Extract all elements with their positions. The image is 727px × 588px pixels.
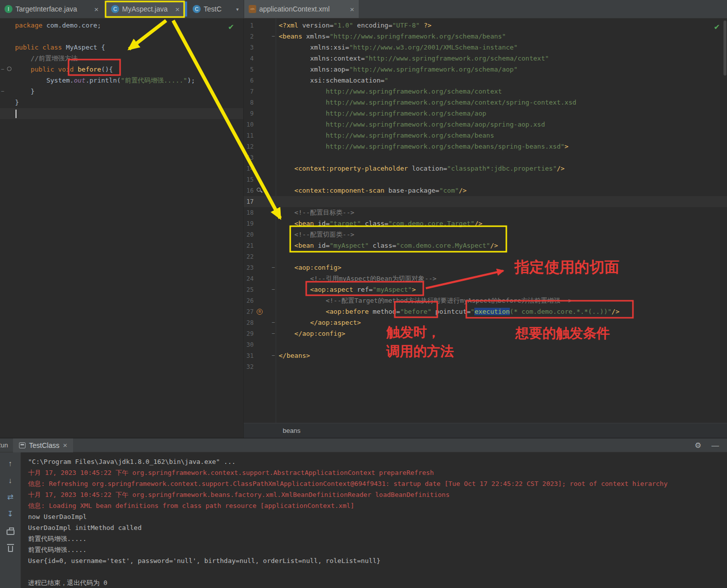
console-line: 十月 17, 2023 10:45:22 下午 org.springframew… (28, 467, 727, 478)
line-number: 21 (244, 240, 254, 251)
soft-wrap-icon[interactable]: ⇄ (5, 491, 16, 502)
line-number: 11 (244, 130, 254, 141)
tab-targetinterface-java[interactable]: ITargetInterface.java× (0, 0, 103, 18)
code-line-24: 24 <!--引用myAspect的Bean为切面对象--> (244, 273, 727, 284)
tab-label: MyAspect.java (122, 5, 168, 13)
xml-editor-pane[interactable]: 1<?xml version="1.0" encoding="UTF-8" ?>… (243, 19, 727, 438)
code-line-6: 6 xsi:schemaLocation=" (244, 75, 727, 86)
code-line-12: 12 http://www.springframework.org/schema… (244, 141, 727, 152)
code-text: //前置增强方法 (15, 53, 78, 64)
code-line-28: 28− </aop:aspect> (244, 317, 727, 328)
code-text: <bean id="myAspect" class="com.demo.core… (279, 240, 498, 251)
scrollbar[interactable] (723, 21, 726, 76)
close-tab-icon[interactable]: × (175, 5, 180, 14)
close-tab-icon[interactable]: × (350, 5, 354, 14)
code-line-5: 5 xmlns:aop="http://www.springframework.… (244, 64, 727, 75)
java-editor-pane[interactable]: package com.demo.core;public class MyAsp… (0, 19, 243, 438)
line-number: 8 (244, 97, 254, 108)
fold-marker[interactable]: − (272, 284, 275, 295)
code-line-21: 21 <bean id="myAspect" class="com.demo.c… (244, 240, 727, 251)
code-text: <!--引用myAspect的Bean为切面对象--> (279, 273, 436, 284)
console-line: 信息: Loading XML bean definitions from cl… (28, 500, 727, 511)
tab-applicationcontext-xml[interactable]: </>applicationContext.xml× (244, 0, 359, 18)
code-line-11: 11 http://www.springframework.org/schema… (244, 130, 727, 141)
next-occurrence-icon[interactable]: ↓ (5, 474, 16, 485)
code-text: public void before(){ (15, 64, 113, 75)
code-line-22: 22 (244, 251, 727, 262)
fold-marker[interactable]: − (1, 64, 5, 75)
close-tab-icon[interactable]: × (94, 5, 99, 14)
fold-marker[interactable]: − (272, 262, 275, 273)
code-text: http://www.springframework.org/schema/co… (279, 86, 502, 97)
fold-marker[interactable]: − (272, 328, 275, 339)
java-code-area: package com.demo.core;public class MyAsp… (0, 20, 243, 119)
line-number: 15 (244, 174, 254, 185)
aop-advice-icon[interactable]: m (257, 309, 263, 315)
gutter-icon-slot (257, 188, 261, 192)
code-line-9: 9 http://www.springframework.org/schema/… (244, 108, 727, 119)
code-text: <!--配置Target的method方法执行时要进行myAspect的befo… (279, 295, 572, 306)
line-number: 14 (244, 163, 254, 174)
code-text: public class MyAspect { (15, 42, 105, 53)
print-icon-art (7, 529, 15, 535)
minimize-icon[interactable]: — (711, 441, 719, 450)
clear-all-icon[interactable] (5, 542, 16, 553)
run-panel: Run: TestClass × ⚙ — ↑↓⇄↧ "C:\Program Fi… (0, 438, 727, 588)
tab-label: TargetInterface.java (16, 5, 77, 13)
console-body[interactable]: ↑↓⇄↧ "C:\Program Files\Java\jdk1.8.0_162… (0, 452, 727, 588)
code-text: xmlns:xsi="http://www.w3.org/2001/XMLSch… (279, 42, 517, 53)
line-number: 23 (244, 262, 254, 273)
code-line-5: − public void before(){ (0, 64, 243, 75)
code-text: http://www.springframework.org/schema/be… (279, 130, 494, 141)
console-line: 信息: Refreshing org.springframework.conte… (28, 478, 727, 489)
breadcrumb-item-beans[interactable]: beans (283, 427, 300, 434)
line-number: 9 (244, 108, 254, 119)
close-icon[interactable]: × (63, 441, 68, 449)
line-number: 24 (244, 273, 254, 284)
code-line-31: 31−</beans> (244, 350, 727, 361)
code-text: </beans> (279, 350, 310, 361)
clear-all-icon-art (8, 546, 13, 552)
prev-occurrence-icon[interactable]: ↑ (5, 457, 16, 468)
code-text: http://www.springframework.org/schema/be… (279, 141, 568, 152)
code-text: <beans xmlns="http://www.springframework… (279, 31, 506, 42)
fold-marker[interactable]: − (1, 86, 5, 97)
code-text: <!--配置切面类--> (279, 229, 354, 240)
code-line-13: 13 (244, 152, 727, 163)
code-line-7: 7 http://www.springframework.org/schema/… (244, 86, 727, 97)
code-text: xmlns:context="http://www.springframewor… (279, 53, 549, 64)
method-marker-icon[interactable] (7, 67, 12, 71)
code-line-25: 25− <aop:aspect ref="myAspect"> (244, 284, 727, 295)
left-tab-group: ITargetInterface.java×CMyAspect.java×CTe… (0, 0, 243, 18)
console-line: 前置代码增强..... (28, 544, 727, 555)
code-text: package com.demo.core; (15, 20, 101, 31)
console-tab-testclass[interactable]: TestClass × (13, 438, 73, 452)
code-line-18: 18 <!--配置目标类--> (244, 207, 727, 218)
line-number: 22 (244, 251, 254, 262)
tab-testc[interactable]: CTestC▾ (188, 0, 243, 18)
fold-marker[interactable]: − (272, 350, 275, 361)
code-text: </aop:config> (279, 328, 345, 339)
fold-marker[interactable]: − (272, 31, 275, 42)
code-text: xmlns:aop="http://www.springframework.or… (279, 64, 517, 75)
code-text: xsi:schemaLocation=" (279, 75, 388, 86)
code-text: } (15, 97, 19, 108)
code-line-6: System.out.println("前置代码增强....."); (0, 75, 243, 86)
console-output[interactable]: "C:\Program Files\Java\jdk1.8.0_162\bin\… (21, 452, 727, 588)
component-scan-icon[interactable] (257, 188, 261, 192)
scroll-to-end-icon[interactable]: ↧ (5, 508, 16, 519)
tab-myaspect-java[interactable]: CMyAspect.java× (107, 0, 184, 18)
tab-accent-bar (184, 2, 187, 17)
class-file-icon: C (193, 5, 201, 13)
right-tab-group: </>applicationContext.xml× (244, 0, 359, 18)
gear-icon[interactable]: ⚙ (695, 441, 701, 450)
code-line-15: 15 (244, 174, 727, 185)
line-number: 32 (244, 361, 254, 372)
gutter-icon-slot: m (257, 309, 263, 315)
chevron-down-icon[interactable]: ▾ (236, 7, 239, 12)
code-line-1: package com.demo.core; (0, 20, 243, 31)
print-icon[interactable] (5, 525, 16, 536)
line-number: 4 (244, 53, 254, 64)
fold-marker[interactable]: − (272, 317, 275, 328)
code-line-27: 27m <aop:before method="before" pointcut… (244, 306, 727, 317)
